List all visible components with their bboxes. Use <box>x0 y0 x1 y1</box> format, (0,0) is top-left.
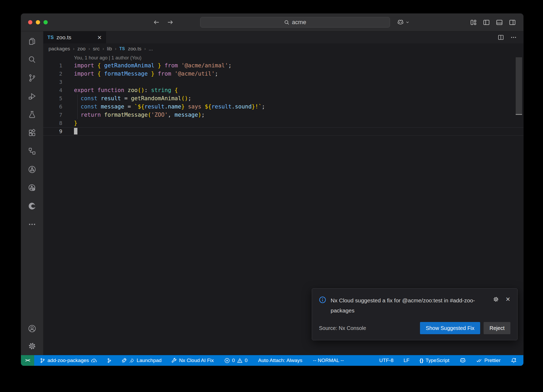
auto-attach-item[interactable]: Auto Attach: Always <box>255 355 305 366</box>
gitlens-blame-annotation: You, 1 hour ago | 1 author (You) <box>74 54 523 62</box>
formatter-item[interactable]: Prettier <box>473 355 503 366</box>
extensions-icon[interactable] <box>27 128 37 138</box>
warning-count: 0 <box>245 358 248 363</box>
copilot-status-item[interactable] <box>457 355 469 366</box>
typescript-file-icon: TS <box>119 46 125 51</box>
title-bar: acme <box>21 14 523 31</box>
breadcrumb-item[interactable]: lib <box>107 46 112 52</box>
source-control-icon[interactable] <box>27 73 37 83</box>
settings-gear-icon[interactable] <box>27 341 37 351</box>
eol-label: LF <box>404 358 409 363</box>
code-line[interactable]: 4export function zoo(): string { <box>43 86 523 94</box>
bell-dot-icon <box>511 358 517 364</box>
minimize-window-button[interactable] <box>36 20 40 24</box>
reject-button[interactable]: Reject <box>484 322 510 334</box>
nx-cloud-inspect-icon[interactable] <box>27 183 37 193</box>
eol-item[interactable]: LF <box>401 355 412 366</box>
breadcrumb-item[interactable]: zoo <box>77 46 86 52</box>
code-line[interactable]: 5 const result = getRandomAnimal(); <box>43 94 523 103</box>
vim-mode-item[interactable]: -- NORMAL -- <box>310 355 347 366</box>
tab-label: zoo.ts <box>56 34 71 41</box>
toggle-sidebar-right-icon[interactable] <box>509 19 516 26</box>
nx-console-icon[interactable] <box>27 165 37 174</box>
customize-layout-icon[interactable] <box>470 19 477 26</box>
scrollbar-slider[interactable] <box>516 57 522 115</box>
breadcrumb-more[interactable]: ... <box>149 46 153 52</box>
close-window-button[interactable] <box>28 20 32 24</box>
launchpad-status-item[interactable]: Launchpad <box>118 355 164 366</box>
breadcrumb-separator: › <box>73 46 75 51</box>
breadcrumb-item[interactable]: packages <box>49 46 70 52</box>
indent-guide <box>77 94 78 119</box>
breadcrumb: packages › zoo › src › lib › TS zoo.ts ›… <box>43 43 523 54</box>
branch-status-item[interactable]: add-zoo-packages <box>37 355 100 366</box>
nx-cloud-ai-fix-label: Nx Cloud AI Fix <box>179 358 214 363</box>
line-number: 4 <box>43 86 62 94</box>
code-line[interactable]: 6 const message = `${result.name} says $… <box>43 103 523 111</box>
toggle-sidebar-left-icon[interactable] <box>483 19 490 26</box>
search-value: acme <box>292 19 306 26</box>
search-view-icon[interactable] <box>27 55 37 64</box>
text-cursor <box>74 128 77 134</box>
code-line[interactable]: 2import { formatMessage } from '@acme/ut… <box>43 70 523 78</box>
more-actions-icon[interactable] <box>510 34 517 41</box>
encoding-item[interactable]: UTF-8 <box>376 355 396 366</box>
breadcrumb-item[interactable]: src <box>93 46 99 52</box>
project-graph-icon[interactable] <box>27 146 37 156</box>
tab-zoo-ts[interactable]: TS zoo.ts ✕ <box>43 31 106 43</box>
breadcrumb-file[interactable]: zoo.ts <box>128 46 141 52</box>
code-line[interactable]: 1import { getRandomAnimal } from '@acme/… <box>43 62 523 70</box>
window-controls <box>28 20 48 24</box>
testing-icon[interactable] <box>27 110 37 119</box>
notification-source: Source: Nx Console <box>319 325 366 331</box>
error-circle-icon <box>224 358 230 363</box>
code-line[interactable]: 3 <box>43 78 523 86</box>
code-text: import { getRandomAnimal } from '@acme/a… <box>62 62 231 70</box>
forward-arrow-icon[interactable] <box>167 19 174 26</box>
rocket-icon <box>121 358 127 363</box>
show-suggested-fix-button[interactable]: Show Suggested Fix <box>420 322 480 334</box>
accounts-icon[interactable] <box>27 324 37 333</box>
overview-ruler-cursor-marker <box>516 114 522 115</box>
typescript-file-icon: TS <box>47 35 54 40</box>
braces-icon: {} <box>419 358 423 363</box>
edge-tools-icon[interactable] <box>27 201 37 211</box>
line-number: 9 <box>43 127 62 136</box>
remote-indicator[interactable]: >< <box>21 355 34 366</box>
notification-close-icon[interactable]: ✕ <box>506 297 510 302</box>
language-label: TypeScript <box>426 358 449 363</box>
tab-close-icon[interactable]: ✕ <box>97 35 102 40</box>
code-text <box>62 127 77 136</box>
activity-bar <box>21 31 43 355</box>
run-debug-icon[interactable] <box>27 92 37 101</box>
notification-settings-gear-icon[interactable] <box>493 296 499 303</box>
encoding-label: UTF-8 <box>379 358 393 363</box>
problems-status-item[interactable]: 0 0 <box>221 355 250 366</box>
language-mode-item[interactable]: {} TypeScript <box>417 355 452 366</box>
code-line[interactable]: 7 return formatMessage('ZOO', message); <box>43 111 523 119</box>
notifications-bell-item[interactable] <box>508 355 520 366</box>
auto-attach-label: Auto Attach: Always <box>258 358 302 363</box>
vim-mode-label: -- NORMAL -- <box>313 358 344 363</box>
line-number: 2 <box>43 70 62 78</box>
explorer-icon[interactable] <box>27 37 37 46</box>
code-line[interactable]: 8} <box>43 119 523 127</box>
split-editor-icon[interactable] <box>497 34 504 41</box>
line-number: 6 <box>43 103 62 111</box>
copilot-icon[interactable] <box>397 19 404 26</box>
toggle-panel-icon[interactable] <box>496 19 503 26</box>
line-number: 3 <box>43 78 62 86</box>
code-line[interactable]: 9 <box>43 127 523 136</box>
code-text <box>62 78 74 86</box>
info-icon <box>319 296 326 303</box>
chevron-down-icon[interactable] <box>405 20 410 24</box>
nx-cloud-ai-fix-item[interactable]: Nx Cloud AI Fix <box>168 355 217 366</box>
additional-views-icon[interactable] <box>27 220 37 229</box>
back-arrow-icon[interactable] <box>153 19 160 26</box>
cloud-upload-icon <box>91 358 97 364</box>
search-icon <box>284 20 290 25</box>
breadcrumb-separator: › <box>89 46 90 51</box>
zoom-window-button[interactable] <box>43 20 48 24</box>
source-control-graph-item[interactable] <box>103 355 115 366</box>
command-center-search[interactable]: acme <box>200 17 390 28</box>
